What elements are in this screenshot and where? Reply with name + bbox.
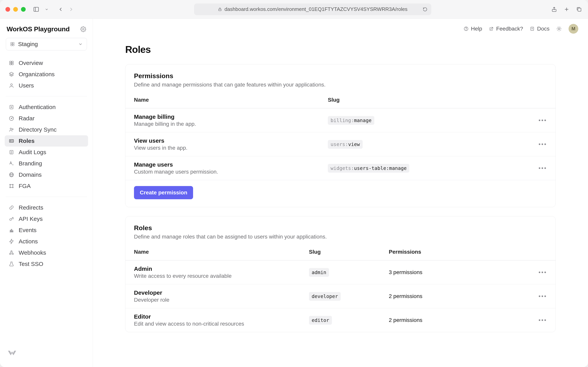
sidebar-item-domains[interactable]: Domains bbox=[5, 169, 88, 180]
roles-subtitle: Define and manage roles that can be assi… bbox=[134, 234, 547, 240]
create-permission-button[interactable]: Create permission bbox=[134, 186, 193, 199]
permissions-title: Permissions bbox=[134, 72, 547, 80]
feedback-label: Feedback? bbox=[496, 26, 523, 32]
col-name: Name bbox=[134, 249, 309, 255]
sidebar-item-events[interactable]: Events bbox=[5, 225, 88, 236]
help-icon bbox=[463, 26, 469, 31]
role-name: Admin bbox=[134, 266, 309, 272]
roles-card: Roles Define and manage roles that can b… bbox=[125, 216, 556, 332]
sidebar-item-audit-logs[interactable]: Audit Logs bbox=[5, 147, 88, 158]
permission-desc: Custom manage users permission. bbox=[134, 169, 328, 175]
share-icon[interactable] bbox=[551, 6, 558, 13]
user-icon bbox=[8, 82, 15, 89]
sidebar-item-overview[interactable]: Overview bbox=[5, 57, 88, 69]
reload-icon[interactable] bbox=[423, 7, 427, 12]
user-avatar[interactable]: M bbox=[569, 24, 578, 34]
close-window[interactable] bbox=[5, 7, 10, 12]
row-menu-button[interactable]: ••• bbox=[531, 269, 547, 276]
permission-name: View users bbox=[134, 137, 328, 144]
feedback-link[interactable]: Feedback? bbox=[489, 26, 523, 32]
theme-toggle[interactable] bbox=[556, 26, 562, 32]
svg-rect-0 bbox=[34, 7, 39, 11]
sidebar-item-actions[interactable]: Actions bbox=[5, 236, 88, 247]
sidebar-item-label: Users bbox=[19, 82, 34, 89]
sidebar-item-label: Roles bbox=[19, 138, 35, 144]
back-button[interactable] bbox=[57, 6, 64, 13]
maximize-window[interactable] bbox=[21, 7, 26, 12]
row-menu-button[interactable]: ••• bbox=[531, 317, 547, 324]
browser-chrome: dashboard.workos.com/environment_01EQ1FT… bbox=[0, 0, 588, 19]
url-text: dashboard.workos.com/environment_01EQ1FT… bbox=[224, 6, 407, 12]
permissions-card: Permissions Define and manage permission… bbox=[125, 64, 556, 207]
sidebar-toggle-icon[interactable] bbox=[33, 6, 40, 13]
environment-selector[interactable]: Staging bbox=[6, 38, 87, 50]
minimize-window[interactable] bbox=[13, 7, 18, 12]
sidebar-item-roles[interactable]: Roles bbox=[5, 135, 88, 147]
col-slug: Slug bbox=[328, 97, 531, 103]
svg-rect-11 bbox=[13, 44, 14, 46]
sidebar-item-branding[interactable]: Branding bbox=[5, 158, 88, 169]
settings-gear-icon[interactable] bbox=[80, 26, 86, 32]
permission-name: Manage billing bbox=[134, 114, 328, 120]
link-icon bbox=[8, 204, 15, 211]
permissions-table-head: Name Slug bbox=[126, 94, 555, 108]
sidebar-item-label: Overview bbox=[19, 60, 43, 66]
fga-icon bbox=[8, 183, 15, 189]
role-permissions-count: 2 permissions bbox=[389, 317, 531, 323]
roles-title: Roles bbox=[134, 224, 547, 232]
row-menu-button[interactable]: ••• bbox=[531, 117, 547, 124]
chevron-down-icon[interactable] bbox=[43, 6, 50, 13]
sidebar-item-api-keys[interactable]: API Keys bbox=[5, 213, 88, 225]
sidebar-item-label: Domains bbox=[19, 171, 42, 178]
sidebar-item-redirects[interactable]: Redirects bbox=[5, 202, 88, 213]
role-row: EditorEdit and view access to non-critic… bbox=[126, 308, 555, 332]
svg-rect-14 bbox=[10, 63, 11, 65]
docs-icon bbox=[530, 26, 535, 31]
sidebar-item-users[interactable]: Users bbox=[5, 80, 88, 91]
help-label: Help bbox=[471, 26, 482, 32]
svg-point-52 bbox=[12, 253, 14, 254]
role-desc: Write access to every resource available bbox=[134, 273, 309, 279]
sidebar-item-webhooks[interactable]: Webhooks bbox=[5, 247, 88, 258]
sidebar-item-authentication[interactable]: Authentication bbox=[5, 101, 88, 113]
tabs-icon[interactable] bbox=[576, 6, 583, 13]
sidebar-item-label: Directory Sync bbox=[19, 126, 57, 133]
permission-slug: widgets:users-table:manage bbox=[328, 164, 409, 173]
role-desc: Developer role bbox=[134, 297, 309, 303]
svg-point-56 bbox=[466, 30, 466, 30]
chevron-down-icon bbox=[78, 42, 83, 46]
forward-button[interactable] bbox=[68, 6, 75, 13]
new-tab-icon[interactable] bbox=[563, 6, 570, 13]
docs-link[interactable]: Docs bbox=[530, 26, 549, 32]
permission-name: Manage users bbox=[134, 161, 328, 168]
role-row: DeveloperDeveloper roledeveloper2 permis… bbox=[126, 284, 555, 308]
help-link[interactable]: Help bbox=[463, 26, 482, 32]
shield-icon bbox=[8, 104, 15, 110]
sidebar-item-label: Events bbox=[19, 227, 37, 234]
sidebar-item-radar[interactable]: Radar bbox=[5, 113, 88, 124]
sidebar-item-label: API Keys bbox=[19, 216, 42, 222]
test-icon bbox=[8, 261, 15, 267]
workos-logo-icon bbox=[7, 348, 17, 359]
svg-point-22 bbox=[10, 128, 11, 129]
svg-rect-49 bbox=[12, 231, 13, 232]
svg-rect-9 bbox=[13, 42, 14, 44]
row-menu-button[interactable]: ••• bbox=[531, 141, 547, 148]
svg-point-45 bbox=[10, 219, 11, 220]
row-menu-button[interactable]: ••• bbox=[531, 293, 547, 300]
address-bar[interactable]: dashboard.workos.com/environment_01EQ1FT… bbox=[194, 3, 431, 15]
role-name: Developer bbox=[134, 289, 309, 296]
globe-icon bbox=[8, 171, 15, 178]
docs-label: Docs bbox=[537, 26, 549, 32]
svg-point-37 bbox=[10, 184, 11, 185]
lock-icon bbox=[218, 7, 222, 11]
sidebar-item-label: Branding bbox=[19, 160, 42, 167]
row-menu-button[interactable]: ••• bbox=[531, 165, 547, 171]
sidebar-item-test-sso[interactable]: Test SSO bbox=[5, 258, 88, 270]
sidebar-item-fga[interactable]: FGA bbox=[5, 180, 88, 192]
sidebar-item-organizations[interactable]: Organizations bbox=[5, 69, 88, 80]
roles-table-head: Name Slug Permissions bbox=[126, 246, 555, 260]
sidebar-item-directory-sync[interactable]: Directory Sync bbox=[5, 124, 88, 135]
window-controls bbox=[5, 7, 26, 12]
svg-line-67 bbox=[557, 30, 558, 31]
